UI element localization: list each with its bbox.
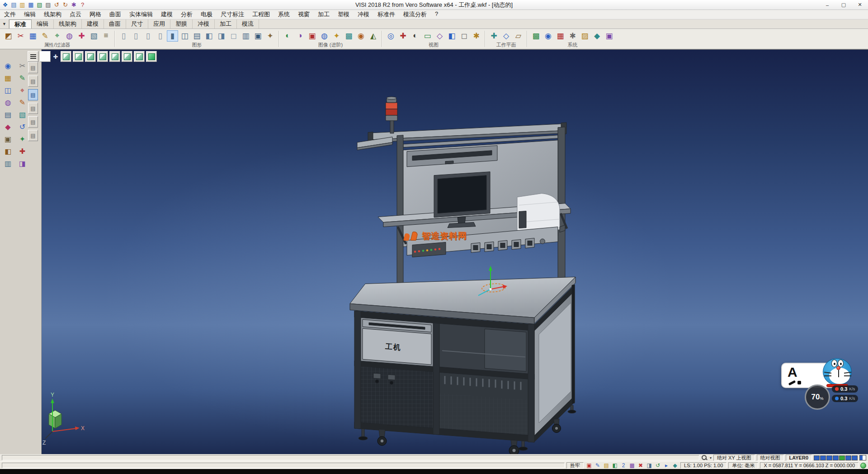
status-tool-icon[interactable]: ✎ xyxy=(594,462,601,469)
toolbar-tab[interactable]: 模流 xyxy=(237,19,259,28)
view-cube-button[interactable] xyxy=(73,51,84,62)
view-cube-button[interactable] xyxy=(85,51,96,62)
ribbon-icon[interactable]: ◩ xyxy=(3,30,14,42)
ribbon-icon[interactable]: ▨ xyxy=(579,30,590,42)
ribbon-icon[interactable]: ▣ xyxy=(307,30,318,42)
view-cube-button[interactable] xyxy=(109,51,120,62)
workbench-model[interactable]: 工机 xyxy=(350,97,576,454)
menu-item[interactable]: 标准件 xyxy=(373,10,399,19)
toolbar-tab[interactable]: 标准 xyxy=(9,19,32,28)
view-cube-button[interactable] xyxy=(97,51,108,62)
menu-item[interactable]: 编辑 xyxy=(20,10,40,19)
toolbar-tab[interactable]: 建模 xyxy=(82,19,104,28)
ribbon-icon[interactable]: ▥ xyxy=(240,30,251,42)
side-tool-icon[interactable]: ◆ xyxy=(2,121,14,133)
view-mode-label[interactable]: 绝对 XY 上视图 xyxy=(713,455,755,461)
ribbon-icon[interactable]: ✎ xyxy=(39,30,51,42)
layer-color-swatch[interactable] xyxy=(833,455,839,460)
quick-access-icon[interactable]: ▧ xyxy=(36,1,43,9)
ribbon-icon[interactable]: ✱ xyxy=(567,30,578,42)
side-tool-icon[interactable]: ◫ xyxy=(2,85,14,96)
status-tool-icon[interactable]: ◆ xyxy=(671,462,679,469)
minimize-button[interactable]: – xyxy=(819,0,835,9)
ribbon-icon[interactable]: ▣ xyxy=(604,30,615,42)
menu-item[interactable]: 曲面 xyxy=(105,10,125,19)
status-tool-icon[interactable]: ↺ xyxy=(654,462,661,469)
ribbon-icon[interactable]: ✱ xyxy=(471,30,482,42)
toolbar-tab[interactable]: 编辑 xyxy=(32,19,54,28)
side-tool-icon[interactable]: ▥ xyxy=(2,158,14,169)
side-tool-icon[interactable]: ▦ xyxy=(2,72,14,84)
ribbon-icon[interactable]: ◑ xyxy=(294,30,306,42)
ribbon-icon[interactable]: ◉ xyxy=(355,30,367,42)
menu-item[interactable]: 线架构 xyxy=(40,10,66,19)
side-tool-icon[interactable]: ▤ xyxy=(2,109,14,120)
ribbon-icon[interactable]: ▯ xyxy=(130,30,142,42)
menu-item[interactable]: ? xyxy=(431,10,442,19)
abs-view-label[interactable]: 绝对视图 xyxy=(757,455,784,461)
ribbon-icon[interactable]: ▭ xyxy=(422,30,433,42)
ribbon-icon[interactable]: ◍ xyxy=(64,30,75,42)
menu-item[interactable]: 系统 xyxy=(274,10,294,19)
ribbon-icon[interactable]: ◎ xyxy=(385,30,396,42)
ribbon-icon[interactable]: ✂ xyxy=(15,30,26,42)
menu-item[interactable]: 模流分析 xyxy=(399,10,431,19)
ribbon-icon[interactable]: ✦ xyxy=(264,30,276,42)
menu-item[interactable]: 文件 xyxy=(0,10,20,19)
layer-color-swatch[interactable] xyxy=(839,455,845,460)
menu-item[interactable]: 点云 xyxy=(66,10,85,19)
menu-item[interactable]: 分析 xyxy=(177,10,197,19)
status-tool-icon[interactable]: 2 xyxy=(620,462,627,469)
maximize-button[interactable]: ▢ xyxy=(835,0,852,9)
side-tool-icon[interactable]: ↺ xyxy=(16,121,28,133)
panel-toggle-icon[interactable]: ▤ xyxy=(28,62,38,73)
ribbon-icon[interactable]: ▩ xyxy=(530,30,542,42)
ribbon-icon[interactable]: ◧ xyxy=(203,30,215,42)
ribbon-icon[interactable]: ▤ xyxy=(191,30,203,42)
toolbar-tab[interactable]: 加工 xyxy=(215,19,237,28)
quick-access-icon[interactable]: ▦ xyxy=(27,1,35,9)
units-label[interactable]: 单位: 毫米 xyxy=(728,462,758,469)
quick-access-icon[interactable]: ✱ xyxy=(70,1,78,9)
layer-color-swatch[interactable] xyxy=(845,455,851,460)
search-icon[interactable] xyxy=(701,455,708,461)
ribbon-icon[interactable]: ▦ xyxy=(27,30,38,42)
ribbon-icon[interactable]: ✚ xyxy=(397,30,409,42)
side-tool-icon[interactable]: ✦ xyxy=(16,133,28,145)
toolbar-tab[interactable]: 塑膜 xyxy=(170,19,193,28)
menu-item[interactable]: 实体编辑 xyxy=(125,10,157,19)
progress-ring[interactable]: 70 % xyxy=(805,384,830,410)
ribbon-icon[interactable]: ◭ xyxy=(368,30,379,42)
status-tool-icon[interactable]: ▸ xyxy=(663,462,670,469)
ribbon-icon[interactable]: ▧ xyxy=(88,30,99,42)
assistant-widget[interactable]: A xyxy=(781,358,868,422)
menu-item[interactable]: 塑模 xyxy=(334,10,354,19)
layer-color-swatch[interactable] xyxy=(814,455,820,460)
viewport-canvas[interactable]: 工机 xyxy=(42,49,868,454)
side-tool-icon[interactable]: ◉ xyxy=(2,60,14,71)
status-tool-icon[interactable]: ✖ xyxy=(637,462,644,469)
menu-item[interactable]: 网格 xyxy=(85,10,105,19)
ribbon-icon[interactable]: ▯ xyxy=(118,30,129,42)
layer-color-swatch[interactable] xyxy=(826,455,832,460)
quick-access-icon[interactable]: ❖ xyxy=(1,1,9,9)
ribbon-icon[interactable]: ◫ xyxy=(179,30,190,42)
side-tool-icon[interactable]: ✎ xyxy=(16,72,28,84)
status-tool-icon[interactable]: ◧ xyxy=(611,462,618,469)
side-tool-icon[interactable]: ✂ xyxy=(16,60,28,71)
quick-access-icon[interactable]: ? xyxy=(79,1,86,9)
ribbon-icon[interactable]: ✚ xyxy=(76,30,87,42)
status-tool-icon[interactable]: ▣ xyxy=(585,462,593,469)
ribbon-icon[interactable]: ◆ xyxy=(591,30,603,42)
tab-dropdown-icon[interactable]: ▼ xyxy=(0,19,9,28)
ribbon-icon[interactable]: ✚ xyxy=(488,30,500,42)
status-tool-icon[interactable]: ▤ xyxy=(603,462,610,469)
status-tool-icon[interactable]: ▩ xyxy=(628,462,636,469)
ribbon-icon[interactable]: ≡ xyxy=(100,30,112,42)
status-orb-icon[interactable] xyxy=(860,463,866,469)
lock-mode-label[interactable]: 拴牢 xyxy=(566,462,584,469)
layer-panel-icon[interactable] xyxy=(859,455,866,460)
panel-toggle-icon[interactable]: ▤ xyxy=(28,116,38,128)
menu-item[interactable]: 工程图 xyxy=(248,10,274,19)
search-dropdown-icon[interactable]: ▾ xyxy=(710,456,712,460)
